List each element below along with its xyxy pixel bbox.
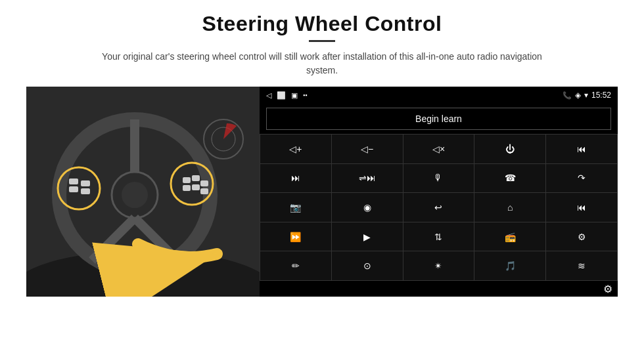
svg-rect-18	[192, 184, 200, 190]
begin-learn-button[interactable]: Begin learn	[266, 108, 611, 130]
control-bluetooth[interactable]: ✴	[403, 251, 474, 280]
settings-row: ⚙	[260, 281, 618, 297]
page-subtitle: Your original car's steering wheel contr…	[85, 50, 559, 77]
signal-icon: ▪▪	[303, 92, 307, 98]
svg-rect-19	[200, 188, 208, 194]
svg-rect-16	[200, 180, 208, 186]
control-skip-back[interactable]: ⏮	[546, 193, 617, 222]
title-divider	[309, 40, 335, 42]
status-bar: ◁ ⬜ ▣ ▪▪ 📞 ◈ ▾ 15:52	[260, 87, 618, 104]
content-row: ◁ ⬜ ▣ ▪▪ 📞 ◈ ▾ 15:52 Begin learn ◁+◁−◁×⏻…	[26, 87, 618, 297]
svg-rect-10	[69, 178, 78, 184]
back-nav-icon[interactable]: ◁	[266, 91, 271, 100]
phone-status-icon: 📞	[563, 91, 572, 100]
steering-wheel-image	[26, 87, 260, 297]
svg-rect-13	[81, 188, 90, 194]
svg-rect-17	[183, 185, 191, 191]
svg-point-4	[122, 182, 148, 208]
wifi-status-icon: ▾	[584, 91, 588, 100]
control-prev-track[interactable]: ⏮	[546, 135, 617, 163]
control-camera[interactable]: 📷	[260, 193, 331, 222]
control-mic[interactable]: 🎙	[403, 164, 474, 193]
page-title: Steering Wheel Control	[202, 12, 442, 36]
control-volume-down[interactable]: ◁−	[332, 135, 403, 163]
control-next-track[interactable]: ⏭	[260, 164, 331, 193]
svg-rect-14	[183, 177, 191, 183]
control-volume-up[interactable]: ◁+	[260, 135, 331, 163]
control-360-view[interactable]: ◉	[332, 193, 403, 222]
control-equalizer[interactable]: ⇅	[403, 222, 474, 251]
control-sound-wave[interactable]: ≋	[546, 251, 617, 280]
control-home[interactable]: ⌂	[474, 193, 545, 222]
control-power[interactable]: ⏻	[474, 135, 545, 163]
control-tune[interactable]: ⚙	[546, 222, 617, 251]
page-wrapper: Steering Wheel Control Your original car…	[0, 0, 644, 357]
android-head-unit: ◁ ⬜ ▣ ▪▪ 📞 ◈ ▾ 15:52 Begin learn ◁+◁−◁×⏻…	[260, 87, 618, 297]
controls-grid: ◁+◁−◁×⏻⏮⏭⇌⏭🎙☎↷📷◉↩⌂⏮⏩▶⇅📻⚙✏⊙✴🎵≋	[260, 134, 618, 281]
control-music[interactable]: 🎵	[474, 251, 545, 280]
begin-learn-row: Begin learn	[260, 104, 618, 134]
control-back[interactable]: ↩	[403, 193, 474, 222]
svg-rect-11	[69, 186, 78, 192]
control-fast-forward[interactable]: ⏩	[260, 222, 331, 251]
control-disc[interactable]: ⊙	[332, 251, 403, 280]
control-phone-call[interactable]: ☎	[474, 164, 545, 193]
control-pen-edit[interactable]: ✏	[260, 251, 331, 280]
status-left: ◁ ⬜ ▣ ▪▪	[266, 91, 307, 100]
control-navigate[interactable]: ▶	[332, 222, 403, 251]
recents-nav-icon[interactable]: ▣	[291, 91, 298, 100]
svg-rect-15	[192, 175, 200, 181]
location-status-icon: ◈	[575, 91, 581, 100]
control-end-call[interactable]: ↷	[546, 164, 617, 193]
svg-rect-12	[81, 180, 90, 186]
settings-gear-icon[interactable]: ⚙	[603, 283, 612, 295]
status-right: 📞 ◈ ▾ 15:52	[563, 91, 611, 100]
control-mute[interactable]: ◁×	[403, 135, 474, 163]
home-nav-icon[interactable]: ⬜	[277, 91, 286, 100]
control-radio[interactable]: 📻	[474, 222, 545, 251]
control-shuffle[interactable]: ⇌⏭	[332, 164, 403, 193]
clock: 15:52	[591, 91, 611, 100]
